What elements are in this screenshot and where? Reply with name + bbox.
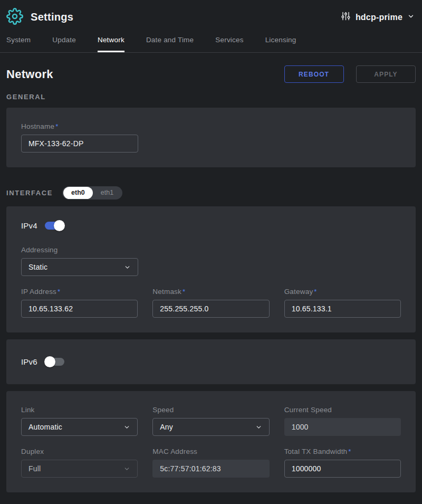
ipv4-label: IPv4 [21,221,37,230]
app-title: Settings [31,11,73,23]
chevron-down-icon [407,13,415,22]
hostname-input[interactable] [21,135,138,153]
mac-address-field [152,460,269,478]
netmask-label: Netmask* [152,288,269,296]
required-asterisk: * [348,448,351,455]
mac-address-label: MAC Address [152,448,269,455]
chevron-down-icon [123,465,130,472]
apply-button[interactable]: APPLY [356,65,416,83]
gateway-label: Gateway* [284,288,401,296]
action-buttons: REBOOT APPLY [284,65,416,83]
tab-services[interactable]: Services [215,30,243,52]
settings-gear-icon [6,8,23,27]
chevron-down-icon [255,424,262,431]
duplex-label: Duplex [21,448,138,455]
chevron-down-icon [124,264,131,271]
ip-address-label: IP Address* [21,288,138,296]
tab-network[interactable]: Network [98,30,124,52]
duplex-value: Full [28,464,41,473]
ipv6-label: IPv6 [21,357,37,366]
ip-address-input[interactable] [21,300,138,318]
speed-label: Speed [152,406,269,414]
total-tx-bandwidth-input[interactable] [284,460,401,478]
tab-bar: System Update Network Date and Time Serv… [0,30,422,53]
ipv6-card: IPv6 [6,339,416,384]
tab-date-and-time[interactable]: Date and Time [146,30,194,52]
addressing-label: Addressing [21,246,138,254]
interface-switcher: eth0 eth1 [62,186,122,199]
tab-update[interactable]: Update [52,30,76,52]
netmask-input[interactable] [152,300,269,318]
current-speed-field [284,418,401,436]
required-asterisk: * [55,122,58,130]
link-value: Automatic [28,423,62,431]
general-card: Hostname* [6,108,416,167]
required-asterisk: * [183,288,185,296]
sliders-icon [341,11,351,23]
toggle-knob [44,356,55,367]
speed-value: Any [160,423,173,431]
hostname-label: Hostname* [21,122,138,130]
current-speed-label: Current Speed [284,406,401,414]
required-asterisk: * [314,288,316,296]
device-name: hdcp-prime [356,13,402,22]
chevron-down-icon [123,424,130,431]
duplex-select: Full [21,460,138,478]
gateway-input[interactable] [284,300,401,318]
addressing-value: Static [28,263,47,271]
ipv4-card: IPv4 Addressing Static IP Address* Netma… [6,206,416,332]
tab-system[interactable]: System [6,30,31,52]
ipv4-toggle[interactable] [45,222,64,230]
page-title: Network [6,68,53,81]
tab-licensing[interactable]: Licensing [265,30,296,52]
required-asterisk: * [57,288,60,296]
interface-option-eth0[interactable]: eth0 [63,187,93,199]
interface-section-heading: INTERFACE [6,189,53,197]
total-tx-bandwidth-label: Total TX Bandwidth* [284,448,401,455]
link-label: Link [21,406,138,414]
link-card: Link Automatic Speed Any Current Speed D… [6,391,416,492]
link-select[interactable]: Automatic [21,418,138,436]
reboot-button[interactable]: REBOOT [284,65,344,83]
device-selector[interactable]: hdcp-prime [341,11,415,23]
addressing-select[interactable]: Static [21,258,138,276]
interface-option-eth1[interactable]: eth1 [93,187,121,199]
app-header: Settings hdcp-prime [0,0,422,30]
general-section-heading: GENERAL [6,93,416,101]
speed-select[interactable]: Any [152,418,269,436]
ipv6-toggle[interactable] [45,358,64,366]
toggle-knob [54,220,65,231]
